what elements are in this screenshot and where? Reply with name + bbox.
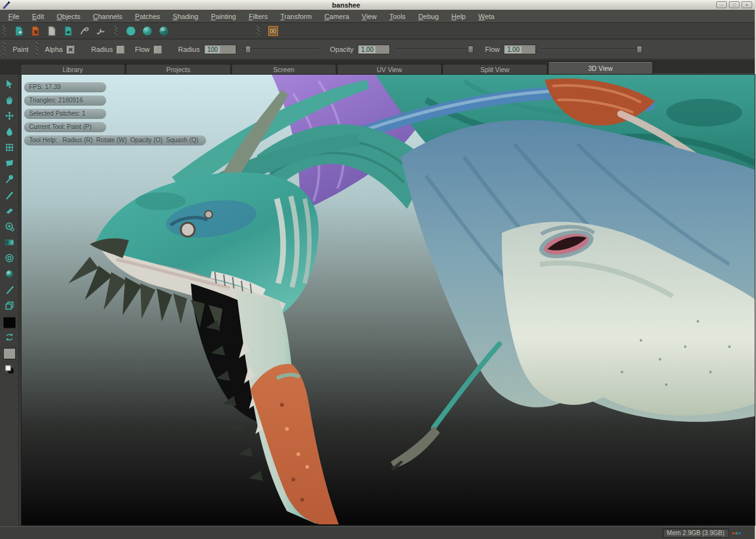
mesh-grid-icon[interactable] [3,140,16,154]
background-color-swatch[interactable] [3,348,16,359]
radius-slider-handle[interactable] [245,46,251,53]
flow-slider[interactable] [541,45,642,54]
shading-textured-icon[interactable] [158,25,169,37]
radius-label: Radius [178,46,200,53]
close-project-icon[interactable] [30,25,41,37]
menu-file[interactable]: File [3,11,25,22]
menu-shading[interactable]: Shading [167,11,204,22]
minimize-button[interactable]: - [716,1,727,8]
gradient-rect-icon[interactable] [3,235,16,249]
hud-selected-patches: Selected Patches: 1 [24,109,106,119]
flow-checkbox[interactable] [154,46,162,54]
menu-camera[interactable]: Camera [319,11,355,22]
menu-patches[interactable]: Patches [130,11,166,22]
view-tabs: Library Projects Screen UV View Split Vi… [0,60,755,75]
select-arrow-icon[interactable] [3,77,16,91]
3d-viewport[interactable]: FPS: 17.39 Triangles: 2180916 Selected P… [21,75,755,525]
hud-triangles: Triangles: 2180916 [24,96,106,106]
alpha-checkbox[interactable]: ✕ [66,46,75,54]
tab-uv-view[interactable]: UV View [337,64,442,75]
menu-weta[interactable]: Weta [473,11,500,22]
main-toolbar [0,23,755,39]
menu-objects[interactable]: Objects [51,11,86,22]
snapshot-icon[interactable] [267,25,279,37]
tool-name-label: Paint [13,46,28,53]
pin-icon[interactable] [3,172,16,186]
menu-tools[interactable]: Tools [384,11,412,22]
tab-projects[interactable]: Projects [126,64,231,75]
paintbar-drag-handle[interactable] [35,42,38,57]
swap-colors-icon[interactable] [3,330,16,344]
pen-icon[interactable] [3,283,16,297]
maximize-button[interactable]: □ [729,1,740,8]
paintbar-drag-handle[interactable] [3,42,6,57]
flow-slider-handle[interactable] [637,46,642,53]
sphere-paint-icon[interactable] [3,267,16,281]
brush-icon[interactable] [3,188,16,202]
spline-tool-icon[interactable] [95,25,107,37]
menu-painting[interactable]: Painting [205,11,242,22]
alpha-label: Alpha [45,46,63,53]
new-project-icon[interactable] [13,25,25,37]
toolbar-drag-handle[interactable] [114,25,118,37]
menu-channels[interactable]: Channels [87,11,128,22]
color-channels-icon [732,532,741,535]
hud-fps: FPS: 17.39 [24,82,106,92]
radius-toggle-label: Radius [91,46,113,53]
copy-patch-icon[interactable] [3,299,16,313]
tab-split-view[interactable]: Split View [442,64,547,75]
shading-smooth-icon[interactable] [142,25,153,37]
menu-help[interactable]: Help [446,11,472,22]
foreground-color-swatch[interactable] [3,317,16,328]
pan-hand-icon[interactable] [3,93,16,107]
menu-view[interactable]: View [356,11,382,22]
tab-3d-view[interactable]: 3D View [548,61,653,75]
blur-rings-icon[interactable] [3,251,16,265]
menu-debug[interactable]: Debug [413,11,444,22]
radius-slider[interactable] [241,45,319,54]
memory-usage: Mem 2.9GB (3.9GB) [662,528,729,538]
window-title: banshee [0,1,714,9]
patch-icon[interactable] [3,156,16,170]
menu-bar: File Edit Objects Channels Patches Shadi… [0,11,755,23]
opacity-slider[interactable] [395,45,473,54]
hud-tool-help: Tool Help: Radius (R) Rotate (W) Opacity… [24,135,206,146]
droplet-icon[interactable] [3,125,16,139]
shading-flat-icon[interactable] [125,25,137,37]
main-area: FPS: 17.39 Triangles: 2180916 Selected P… [0,75,755,526]
flow-input[interactable]: 1.00 [503,44,536,54]
status-bar: Mem 2.9GB (3.9GB) [0,526,755,539]
titlebar[interactable]: banshee - □ × [0,0,755,10]
flow-label: Flow [485,46,499,53]
tool-palette [0,75,19,526]
move-icon[interactable] [3,109,16,123]
radius-input[interactable]: 100 [204,44,236,54]
eraser-icon[interactable] [3,204,16,218]
menu-filters[interactable]: Filters [243,11,273,22]
flow-toggle-label: Flow [135,46,149,53]
curve-tool-icon[interactable] [79,25,90,37]
opacity-slider-handle[interactable] [468,46,473,53]
close-button[interactable]: × [741,1,752,8]
tab-screen[interactable]: Screen [231,64,336,75]
toolbar-drag-handle[interactable] [3,25,6,37]
hud-current-tool: Current Tool: Paint (P) [24,122,106,132]
clone-stamp-icon[interactable] [3,220,16,233]
opacity-label: Opacity [330,46,353,53]
viewport-hud: FPS: 17.39 Triangles: 2180916 Selected P… [24,82,206,146]
toolbar-drag-handle[interactable] [257,25,260,37]
import-project-icon[interactable] [63,25,74,37]
save-project-icon[interactable] [46,25,58,37]
app-window: banshee - □ × File Edit Objects Channels… [0,0,756,539]
paint-properties-bar: Paint Alpha ✕ Radius Flow Radius 100 Opa… [0,40,755,59]
tab-library[interactable]: Library [20,64,125,75]
opacity-input[interactable]: 1.00 [357,44,390,54]
menu-edit[interactable]: Edit [27,11,50,22]
default-colors-icon[interactable] [3,362,16,376]
menu-transform[interactable]: Transform [274,11,317,22]
radius-checkbox[interactable] [116,46,125,54]
